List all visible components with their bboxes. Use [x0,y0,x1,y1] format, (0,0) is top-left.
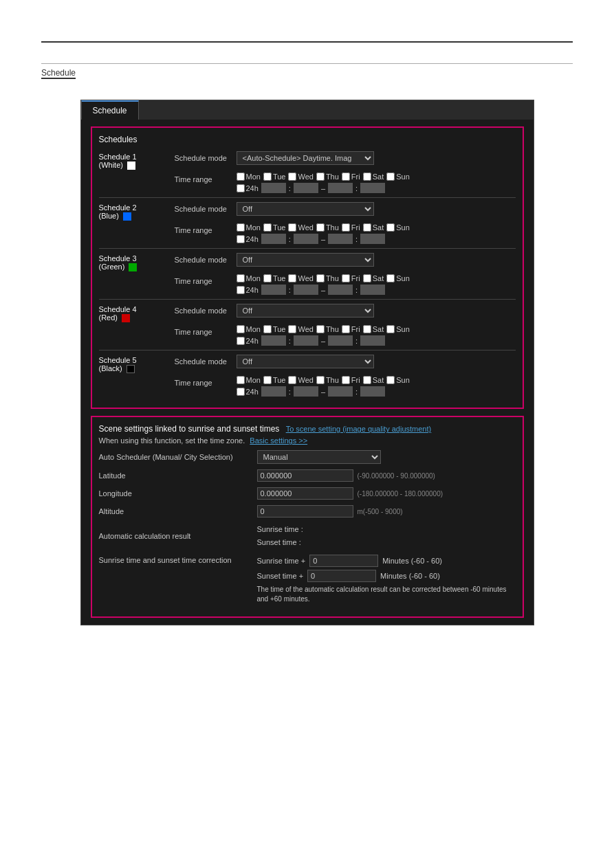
day-thu-2[interactable]: Thu [316,223,339,232]
day-sun-2[interactable]: Sun [386,223,410,232]
basic-settings-link[interactable]: Basic settings >> [250,436,307,445]
day-tue-1[interactable]: Tue [263,173,286,181]
sunset-correction-input[interactable] [307,570,376,582]
checkbox-tue-3[interactable] [263,274,272,282]
day-wed-4[interactable]: Wed [288,325,313,333]
time-start-m-1[interactable] [294,183,318,193]
day-sun-5[interactable]: Sun [386,376,410,384]
checkbox-mon-4[interactable] [237,325,245,333]
checkbox-wed-5[interactable] [288,376,296,384]
checkbox-sat-5[interactable] [363,376,371,384]
schedule-5-mode-select[interactable]: Off <Auto-Schedule> Daytime. Imag [237,355,374,368]
day-wed-5[interactable]: Wed [288,376,313,384]
day-sat-3[interactable]: Sat [363,274,384,282]
checkbox-tue-2[interactable] [263,223,272,232]
time-end-m-4[interactable] [360,335,385,346]
checkbox-24h-3[interactable] [237,286,245,294]
day-mon-3[interactable]: Mon [237,274,261,282]
day-thu-3[interactable]: Thu [316,274,339,282]
24h-4[interactable]: 24h [237,337,259,345]
checkbox-tue-5[interactable] [263,376,272,384]
checkbox-24h-4[interactable] [237,337,245,345]
checkbox-24h-2[interactable] [237,235,245,243]
day-mon-4[interactable]: Mon [237,325,261,333]
checkbox-sat-1[interactable] [363,173,371,181]
day-wed-1[interactable]: Wed [288,173,313,181]
latitude-input[interactable] [257,469,353,482]
checkbox-sun-5[interactable] [386,376,395,384]
time-end-m-5[interactable] [360,386,385,397]
time-start-h-5[interactable] [261,386,286,397]
time-end-h-5[interactable] [328,386,353,397]
day-sat-5[interactable]: Sat [363,376,384,384]
24h-5[interactable]: 24h [237,388,259,396]
time-start-m-3[interactable] [294,285,318,295]
checkbox-sat-3[interactable] [363,274,371,282]
checkbox-fri-1[interactable] [342,173,350,181]
time-start-h-4[interactable] [261,335,286,346]
24h-1[interactable]: 24h [237,184,259,192]
checkbox-tue-1[interactable] [263,173,272,181]
checkbox-sun-3[interactable] [386,274,395,282]
day-tue-3[interactable]: Tue [263,274,286,282]
day-tue-2[interactable]: Tue [263,223,286,232]
day-thu-5[interactable]: Thu [316,376,339,384]
time-start-h-1[interactable] [261,183,286,193]
day-sat-4[interactable]: Sat [363,325,384,333]
sunrise-correction-input[interactable] [309,555,378,567]
day-fri-5[interactable]: Fri [342,376,360,384]
checkbox-tue-4[interactable] [263,325,272,333]
schedule-4-mode-select[interactable]: Off <Auto-Schedule> Daytime. Imag [237,304,374,318]
checkbox-thu-3[interactable] [316,274,325,282]
checkbox-sat-4[interactable] [363,325,371,333]
schedule-1-mode-select[interactable]: <Auto-Schedule> Daytime. Imag Off [237,151,374,165]
24h-3[interactable]: 24h [237,286,259,294]
checkbox-thu-1[interactable] [316,173,325,181]
day-wed-3[interactable]: Wed [288,274,313,282]
time-end-h-1[interactable] [328,183,353,193]
checkbox-wed-4[interactable] [288,325,296,333]
scene-link[interactable]: To scene setting (image quality adjustme… [286,425,432,433]
altitude-input[interactable] [257,505,353,518]
checkbox-sat-2[interactable] [363,223,371,232]
longitude-input[interactable] [257,487,353,500]
checkbox-mon-3[interactable] [237,274,245,282]
day-mon-2[interactable]: Mon [237,223,261,232]
checkbox-fri-3[interactable] [342,274,350,282]
checkbox-mon-5[interactable] [237,376,245,384]
time-end-h-4[interactable] [328,335,353,346]
schedule-3-mode-select[interactable]: Off <Auto-Schedule> Daytime. Imag [237,253,374,267]
day-sat-2[interactable]: Sat [363,223,384,232]
time-end-h-3[interactable] [328,285,353,295]
day-fri-3[interactable]: Fri [342,274,360,282]
checkbox-wed-1[interactable] [288,173,296,181]
checkbox-thu-5[interactable] [316,376,325,384]
time-start-m-4[interactable] [294,335,318,346]
day-fri-4[interactable]: Fri [342,325,360,333]
time-start-m-5[interactable] [294,386,318,397]
time-end-h-2[interactable] [328,234,353,244]
checkbox-thu-2[interactable] [316,223,325,232]
checkbox-24h-1[interactable] [237,184,245,192]
time-start-h-3[interactable] [261,285,286,295]
time-start-m-2[interactable] [294,234,318,244]
day-sun-4[interactable]: Sun [386,325,410,333]
checkbox-fri-5[interactable] [342,376,350,384]
time-end-m-3[interactable] [360,285,385,295]
day-sun-3[interactable]: Sun [386,274,410,282]
day-thu-4[interactable]: Thu [316,325,339,333]
day-sun-1[interactable]: Sun [386,173,410,181]
time-end-m-2[interactable] [360,234,385,244]
checkbox-fri-2[interactable] [342,223,350,232]
checkbox-wed-2[interactable] [288,223,296,232]
day-wed-2[interactable]: Wed [288,223,313,232]
checkbox-fri-4[interactable] [342,325,350,333]
checkbox-wed-3[interactable] [288,274,296,282]
day-sat-1[interactable]: Sat [363,173,384,181]
24h-2[interactable]: 24h [237,235,259,243]
day-fri-2[interactable]: Fri [342,223,360,232]
checkbox-thu-4[interactable] [316,325,325,333]
day-fri-1[interactable]: Fri [342,173,360,181]
time-end-m-1[interactable] [360,183,385,193]
checkbox-24h-5[interactable] [237,388,245,396]
